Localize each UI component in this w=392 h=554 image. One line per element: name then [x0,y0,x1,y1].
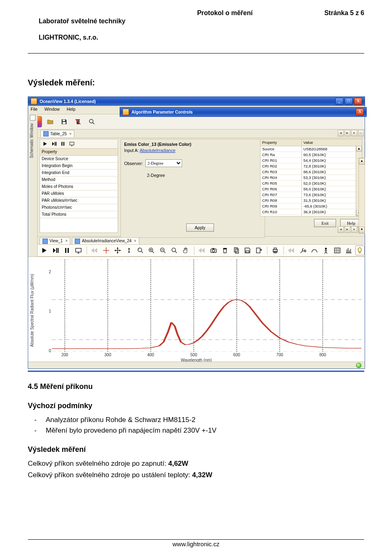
maximize-icon[interactable]: □ [358,130,364,136]
rewind-icon[interactable] [90,246,100,255]
table-row: Source [261,146,302,152]
tab-scroller-top[interactable]: ◄ ► ▾ □ [338,130,364,136]
zoom-reset-icon[interactable] [136,246,145,255]
monitor-icon[interactable] [74,246,83,255]
left-prop-row: Integration End [40,170,118,176]
hand-icon[interactable] [181,246,191,255]
play-pause-icon[interactable] [51,141,57,147]
close-icon[interactable]: × [69,132,72,136]
vresize-icon[interactable] [124,246,134,255]
tab-table25[interactable]: Table_25 × [40,130,74,137]
svg-point-29 [325,248,327,250]
algorithm-panel: Emiss Color_13 (Emissive Color) Input A:… [120,139,265,238]
bulb-icon[interactable] [355,246,365,255]
table-row: CRI R01 [261,158,302,163]
pin-icon[interactable] [30,115,36,121]
tab-absirr[interactable]: AbsoluteIrradianceView_24 × [72,237,139,244]
zoom-icon[interactable] [170,246,179,255]
chart-icon [42,239,48,244]
scroll-right-icon[interactable]: ► [345,130,351,136]
chart-yticks: 0 1 2 [44,260,51,351]
doc-footer-rule [28,539,364,540]
window-maximize-button[interactable]: □ [345,98,353,105]
left-prop-row: Moles of Photons [40,183,118,190]
export-icon[interactable] [254,246,264,255]
scroll-left-icon[interactable]: ◄ [338,226,344,233]
window-minimize-button[interactable]: _ [335,98,343,105]
monitor-icon[interactable] [69,141,75,147]
doc-header-center: Protokol o měření [197,9,253,50]
scroll-right-icon[interactable]: ► [345,226,351,233]
scroll-up-icon[interactable]: ▲ [359,158,365,165]
exit-button[interactable]: Exit [314,219,336,227]
save-icon[interactable] [243,246,252,255]
save-icon[interactable] [58,116,70,127]
close-icon[interactable]: × [134,239,136,243]
svg-rect-27 [274,248,276,250]
tools-icon[interactable] [298,246,308,255]
menu-help[interactable]: Help [67,107,76,112]
zoom-icon[interactable] [86,116,98,127]
curve-icon[interactable] [310,246,319,255]
alg-input-link[interactable]: AbsoluteIrradiance [140,148,176,153]
algorithm-dialog: Algorithm Parameter Controls X [120,107,367,117]
open-icon[interactable] [45,116,56,127]
result-line-2: Celkový příkon světelného zdroje po ustá… [28,471,364,479]
algorithm-dialog-titlebar[interactable]: Algorithm Parameter Controls X [120,107,366,116]
chart-ylabel: Absolute Spectral Radiant Flux (µW/nm) [30,274,35,347]
pause-icon[interactable] [60,141,66,147]
menu-window[interactable]: Window [45,107,60,112]
h-result: Výsledek měření [28,445,364,454]
play-icon[interactable] [42,141,48,147]
table-row: CRI R09 [261,203,302,209]
table-icon[interactable] [332,246,342,255]
window-titlebar[interactable]: OceanView 1.3.4 (Licensed) _ □ X [28,97,365,106]
status-bar [28,362,365,369]
chart-icon [75,239,80,244]
svg-rect-8 [70,142,74,145]
close-icon[interactable]: × [65,239,68,243]
trash-icon[interactable] [220,246,229,255]
camera-icon[interactable] [209,246,218,255]
table-row: CRI R06 [261,186,302,192]
scroll-down-icon[interactable]: ▼ [359,227,365,233]
alg-input-label: Input A: [124,148,140,153]
svg-rect-20 [212,248,214,249]
crosshair-icon[interactable] [101,246,111,255]
doc-header-right: Stránka 5 z 6 [324,9,364,50]
delete-icon[interactable] [72,116,84,127]
zoom-in-icon[interactable] [147,246,156,255]
dialog-close-button[interactable]: X [356,108,364,116]
spectrum-curve [52,259,361,352]
results-table: Property Value SourceUSB2G28568 CRI Ra60… [260,139,362,217]
scroll-left-icon[interactable]: ◄ [338,130,344,136]
person-icon[interactable] [321,246,330,255]
scroll-up-icon[interactable]: ▲ [356,146,362,152]
spectrum-chart[interactable]: Absolute Spectral Radiant Flux (µW/nm) 0… [28,257,365,362]
window-close-button[interactable]: X [354,98,362,105]
play-icon[interactable] [40,246,49,255]
dropdown-icon[interactable]: ▾ [351,226,357,233]
dropdown-icon[interactable]: ▾ [351,130,357,136]
copy-icon[interactable] [232,246,241,255]
pause-icon[interactable] [62,246,72,255]
left-panel-toolbar [40,139,118,149]
algorithm-dialog-title: Algorithm Parameter Controls [131,109,193,114]
zoom-out-icon[interactable] [158,246,168,255]
skip-back-icon[interactable] [287,246,296,255]
play-pause-icon[interactable] [51,246,60,255]
right-scrollbar[interactable]: ▲ ▼ [359,158,365,234]
print-icon[interactable] [271,246,280,255]
apply-button[interactable]: Apply [186,223,214,232]
svg-rect-13 [76,248,81,252]
tab-view1[interactable]: View_1 × [40,237,70,244]
svg-point-3 [89,119,93,123]
observer-select[interactable]: 2-Degree [145,159,182,167]
first-icon[interactable] [197,246,207,255]
move-icon[interactable] [113,246,122,255]
left-prop-row: PAR uMoles [40,190,118,197]
svg-rect-4 [55,142,56,145]
menu-file[interactable]: File [31,107,38,112]
doc-header-left-2: LIGHTRONIC, s.r.o. [39,34,98,41]
peaks-icon[interactable] [344,246,353,255]
